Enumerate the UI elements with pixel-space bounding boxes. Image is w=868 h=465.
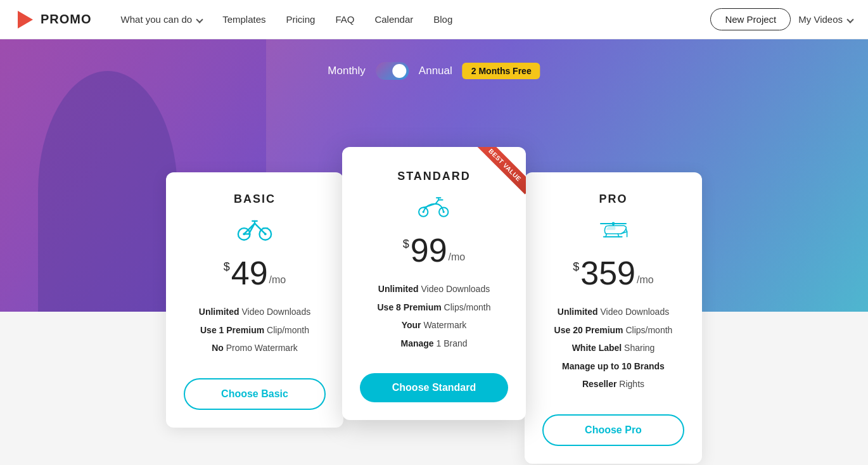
best-value-ribbon: BEST VALUE	[469, 147, 526, 204]
standard-feature-1: Unlimited Video Downloads	[360, 283, 508, 296]
standard-features: Unlimited Video Downloads Use 8 Premium …	[360, 283, 508, 355]
pro-plan-icon	[596, 216, 631, 244]
standard-feature-2: Use 8 Premium Clips/month	[360, 302, 508, 314]
logo[interactable]: PROMO	[15, 10, 92, 30]
billing-toggle-row: Monthly Annual 2 Months Free	[328, 62, 540, 80]
logo-text: PROMO	[41, 12, 92, 27]
toggle-thumb	[392, 64, 406, 78]
chevron-down-icon	[196, 16, 203, 23]
nav-what-you-can-do[interactable]: What you can do	[112, 9, 212, 30]
pro-feature-4: Manage up to 10 Brands	[542, 360, 684, 373]
pro-plan-card: PRO $ 35	[525, 172, 702, 464]
pro-feature-1: Unlimited Video Downloads	[542, 306, 684, 319]
billing-toggle[interactable]	[376, 62, 409, 80]
basic-price-dollar: $	[224, 260, 230, 274]
nav-templates[interactable]: Templates	[214, 9, 274, 30]
choose-standard-button[interactable]: Choose Standard	[360, 373, 508, 402]
standard-plan-card: BEST VALUE STANDARD $ 99 /mo Un	[342, 147, 526, 420]
basic-plan-card: BASIC $ 49 /mo Unlimited Video	[166, 172, 343, 428]
pro-feature-3: White Label Sharing	[542, 342, 684, 355]
nav-calendar[interactable]: Calendar	[366, 9, 422, 30]
helicopter-icon	[596, 216, 631, 241]
choose-pro-button[interactable]: Choose Pro	[542, 414, 684, 446]
basic-features: Unlimited Video Downloads Use 1 Premium …	[184, 306, 326, 360]
pro-price-dollar: $	[573, 260, 579, 274]
navbar: PROMO What you can do Templates Pricing …	[0, 0, 868, 39]
standard-plan-name: STANDARD	[397, 170, 471, 183]
logo-icon	[15, 10, 35, 30]
svg-marker-0	[18, 11, 33, 29]
basic-feature-2: Use 1 Premium Clip/month	[184, 324, 326, 337]
pro-plan-name: PRO	[599, 193, 627, 206]
basic-feature-3: No Promo Watermark	[184, 342, 326, 355]
basic-price: $ 49 /mo	[224, 257, 286, 290]
basic-plan-icon	[237, 216, 272, 244]
basic-price-mo: /mo	[269, 274, 286, 286]
pro-features: Unlimited Video Downloads Use 20 Premium…	[542, 306, 684, 397]
standard-price-dollar: $	[403, 238, 409, 251]
choose-basic-button[interactable]: Choose Basic	[184, 378, 326, 410]
standard-price-mo: /mo	[449, 252, 466, 263]
nav-links: What you can do Templates Pricing FAQ Ca…	[112, 9, 711, 30]
months-free-badge: 2 Months Free	[463, 63, 540, 79]
nav-right: New Project My Videos	[710, 8, 853, 30]
standard-plan-icon	[416, 193, 452, 221]
pricing-cards-section: BASIC $ 49 /mo Unlimited Video	[0, 147, 868, 465]
bicycle-icon	[237, 216, 272, 241]
scooter-icon	[416, 193, 452, 219]
pro-price: $ 359 /mo	[573, 257, 653, 290]
basic-price-amount: 49	[231, 257, 268, 290]
my-videos-menu[interactable]: My Videos	[798, 14, 853, 25]
pro-feature-2: Use 20 Premium Clips/month	[542, 324, 684, 337]
annual-label: Annual	[419, 65, 452, 77]
standard-feature-3: Your Watermark	[360, 319, 508, 332]
standard-price-amount: 99	[411, 234, 447, 267]
nav-pricing[interactable]: Pricing	[278, 9, 324, 30]
standard-price: $ 99 /mo	[403, 234, 466, 267]
pro-feature-5: Reseller Rights	[542, 378, 684, 391]
new-project-button[interactable]: New Project	[710, 8, 791, 30]
pro-price-amount: 359	[580, 257, 635, 290]
standard-feature-4: Manage 1 Brand	[360, 338, 508, 350]
nav-blog[interactable]: Blog	[424, 9, 461, 30]
basic-plan-name: BASIC	[234, 193, 276, 206]
nav-faq[interactable]: FAQ	[326, 9, 363, 30]
basic-feature-1: Unlimited Video Downloads	[184, 306, 326, 319]
monthly-label: Monthly	[328, 65, 366, 77]
pro-price-mo: /mo	[637, 274, 654, 286]
my-videos-chevron-icon	[846, 16, 853, 23]
best-value-label: BEST VALUE	[476, 147, 526, 194]
